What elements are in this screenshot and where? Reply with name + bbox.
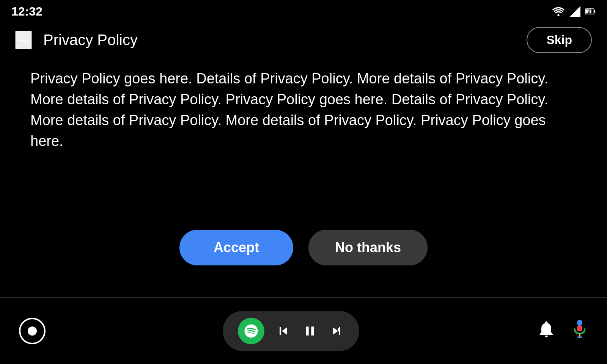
- battery-icon: [585, 6, 596, 17]
- next-icon: [329, 323, 344, 339]
- no-thanks-button[interactable]: No thanks: [308, 230, 428, 265]
- svg-rect-10: [577, 326, 582, 331]
- notification-bell: [536, 319, 556, 339]
- policy-text: Privacy Policy goes here. Details of Pri…: [30, 68, 577, 152]
- svg-point-0: [557, 14, 559, 16]
- svg-marker-1: [570, 6, 580, 17]
- back-button[interactable]: ←: [15, 31, 32, 49]
- svg-rect-3: [594, 10, 596, 13]
- buttons-area: Accept No thanks: [0, 230, 607, 277]
- bottom-bar: [0, 298, 607, 364]
- bell-icon[interactable]: [536, 319, 556, 343]
- pause-icon: [302, 323, 318, 339]
- wifi-icon: [552, 6, 565, 17]
- status-bar: 12:32: [0, 0, 607, 23]
- record-button[interactable]: [19, 318, 46, 344]
- svg-rect-9: [577, 320, 582, 326]
- signal-icon: [570, 6, 580, 17]
- previous-button[interactable]: [276, 323, 291, 339]
- mic-svg: [571, 320, 588, 342]
- skip-button[interactable]: Skip: [527, 27, 592, 53]
- header: ← Privacy Policy Skip: [0, 23, 607, 57]
- back-arrow-icon: ←: [16, 31, 31, 49]
- pause-button[interactable]: [302, 323, 318, 339]
- next-button[interactable]: [329, 323, 344, 339]
- record-inner-circle: [28, 326, 37, 336]
- media-controls: [223, 311, 359, 351]
- accept-button[interactable]: Accept: [179, 230, 293, 265]
- status-time: 12:32: [11, 5, 42, 19]
- microphone-icon[interactable]: [571, 320, 588, 342]
- page-title: Privacy Policy: [43, 31, 138, 49]
- previous-icon: [276, 323, 291, 339]
- header-left: ← Privacy Policy: [15, 31, 138, 49]
- spotify-logo: [243, 323, 259, 339]
- spotify-icon[interactable]: [238, 318, 264, 344]
- status-icons: [552, 6, 596, 17]
- bottom-right-icons: [536, 319, 588, 343]
